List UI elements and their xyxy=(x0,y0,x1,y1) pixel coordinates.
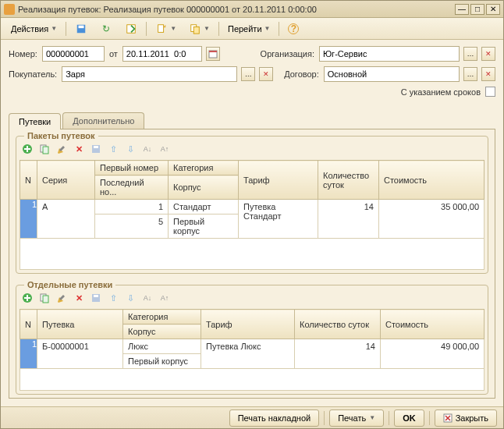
sort-asc-icon[interactable]: A↓ xyxy=(140,290,155,306)
org-input[interactable] xyxy=(319,46,460,62)
col-lastnum[interactable]: Последний но... xyxy=(95,176,169,200)
contract-clear-button[interactable]: ✕ xyxy=(481,67,495,81)
singles-grid: N Путевка Категория Тариф Количество сут… xyxy=(20,309,484,391)
singles-group: Отдельные путевки ✕ ⇧ ⇩ A↓ A↑ N Путевка … xyxy=(16,285,488,395)
tab-extra[interactable]: Дополнительно xyxy=(62,112,144,129)
svg-rect-7 xyxy=(209,51,217,52)
add-row-icon[interactable] xyxy=(20,141,35,157)
svg-rect-17 xyxy=(94,295,98,297)
svg-rect-10 xyxy=(43,147,48,154)
col-korpus[interactable]: Корпус xyxy=(123,324,201,339)
app-window: Реализация путевок: Реализация путевок 0… xyxy=(0,0,504,429)
packets-title: Пакеты путевок xyxy=(24,131,98,140)
move-down-icon[interactable]: ⇩ xyxy=(122,141,138,157)
move-down-icon[interactable]: ⇩ xyxy=(122,290,138,306)
col-days[interactable]: Количество суток xyxy=(295,310,381,339)
packets-grid: N Серия Первый номер Категория Тариф Кол… xyxy=(20,160,484,270)
contract-label: Договор: xyxy=(284,69,319,79)
help-button[interactable]: ? xyxy=(282,20,304,37)
based-on-icon-button[interactable]: ▼ xyxy=(183,20,215,37)
close-window-button[interactable]: ✕ xyxy=(486,4,500,15)
minimize-button[interactable]: — xyxy=(455,4,469,15)
copy-row-icon[interactable] xyxy=(37,290,52,306)
print-button[interactable]: Печать▼ xyxy=(329,410,384,427)
copy-row-icon[interactable] xyxy=(37,141,52,157)
col-cost[interactable]: Стоимость xyxy=(379,161,484,200)
main-toolbar: Действия▼ ↻ ▼ ▼ Перейти▼ ? xyxy=(1,18,503,40)
date-input[interactable] xyxy=(122,46,202,62)
singles-title: Отдельные путевки xyxy=(24,280,115,289)
actions-menu[interactable]: Действия▼ xyxy=(5,20,62,37)
svg-rect-3 xyxy=(158,24,164,32)
titlebar: Реализация путевок: Реализация путевок 0… xyxy=(1,1,503,18)
footer-toolbar: Печать накладной Печать▼ OK Закрыть xyxy=(1,406,503,428)
col-firstnum[interactable]: Первый номер xyxy=(95,161,169,176)
col-days[interactable]: Количество суток xyxy=(318,161,379,200)
sort-desc-icon[interactable]: A↑ xyxy=(157,290,172,306)
save-grid-icon[interactable] xyxy=(88,290,104,306)
col-series[interactable]: Серия xyxy=(37,161,95,200)
org-clear-button[interactable]: ✕ xyxy=(481,47,495,61)
packets-toolbar: ✕ ⇧ ⇩ A↓ A↑ xyxy=(16,140,488,158)
print-invoice-button[interactable]: Печать накладной xyxy=(229,410,320,427)
col-category[interactable]: Категория xyxy=(123,310,201,324)
table-row[interactable]: 1 А 1 Стандарт Путевка Стандарт 14 35 00… xyxy=(20,200,484,214)
table-row[interactable]: 1 Б-00000001 Люкс Путевка Люкс 14 49 000… xyxy=(20,339,484,354)
post-icon-button[interactable] xyxy=(119,20,143,37)
edit-row-icon[interactable] xyxy=(54,141,69,157)
move-up-icon[interactable]: ⇧ xyxy=(105,290,121,306)
window-title: Реализация путевок: Реализация путевок 0… xyxy=(18,5,455,14)
svg-rect-5 xyxy=(193,27,199,34)
number-input[interactable] xyxy=(42,46,105,62)
save-icon-button[interactable] xyxy=(69,20,93,37)
tab-vouchers[interactable]: Путевки xyxy=(9,113,61,129)
with-dates-label: С указанием сроков xyxy=(401,87,481,97)
add-row-icon[interactable] xyxy=(20,290,35,306)
transactions-icon-button[interactable]: ▼ xyxy=(150,20,182,37)
save-grid-icon[interactable] xyxy=(88,141,104,157)
close-button[interactable]: Закрыть xyxy=(435,410,497,427)
number-label: Номер: xyxy=(9,49,37,58)
form-header: Номер: от Организация: … ✕ Покупатель: …… xyxy=(1,40,503,108)
with-dates-checkbox[interactable] xyxy=(485,87,495,97)
col-voucher[interactable]: Путевка xyxy=(37,310,123,339)
svg-rect-1 xyxy=(79,25,84,28)
ok-button[interactable]: OK xyxy=(394,410,424,427)
svg-rect-12 xyxy=(94,146,98,148)
col-n[interactable]: N xyxy=(20,161,37,200)
from-label: от xyxy=(109,49,118,58)
org-label: Организация: xyxy=(261,49,314,58)
tab-content: Пакеты путевок ✕ ⇧ ⇩ A↓ A↑ N Серия Первы… xyxy=(9,129,495,399)
tab-strip: Путевки Дополнительно xyxy=(1,112,503,129)
delete-row-icon[interactable]: ✕ xyxy=(71,290,87,306)
buyer-clear-button[interactable]: ✕ xyxy=(259,67,273,81)
col-cost[interactable]: Стоимость xyxy=(381,310,484,339)
contract-input[interactable] xyxy=(324,66,460,82)
contract-select-button[interactable]: … xyxy=(463,67,477,81)
col-korpus[interactable]: Корпус xyxy=(169,176,239,200)
app-icon xyxy=(4,4,15,15)
delete-row-icon[interactable]: ✕ xyxy=(71,141,87,157)
buyer-label: Покупатель: xyxy=(9,69,57,79)
singles-toolbar: ✕ ⇧ ⇩ A↓ A↑ xyxy=(16,289,488,307)
date-picker-button[interactable] xyxy=(206,47,220,61)
maximize-button[interactable]: □ xyxy=(470,4,484,15)
sort-desc-icon[interactable]: A↑ xyxy=(157,141,172,157)
goto-menu[interactable]: Перейти▼ xyxy=(222,20,276,37)
buyer-input[interactable] xyxy=(62,66,237,82)
col-category[interactable]: Категория xyxy=(169,161,239,176)
move-up-icon[interactable]: ⇧ xyxy=(105,141,121,157)
refresh-icon-button[interactable]: ↻ xyxy=(94,20,118,37)
packets-group: Пакеты путевок ✕ ⇧ ⇩ A↓ A↑ N Серия Первы… xyxy=(16,136,488,274)
edit-row-icon[interactable] xyxy=(54,290,69,306)
sort-asc-icon[interactable]: A↓ xyxy=(140,141,155,157)
col-n[interactable]: N xyxy=(20,310,37,339)
col-tarif[interactable]: Тариф xyxy=(201,310,295,339)
svg-rect-15 xyxy=(43,296,48,303)
org-select-button[interactable]: … xyxy=(463,47,477,61)
buyer-select-button[interactable]: … xyxy=(241,67,255,81)
col-tarif[interactable]: Тариф xyxy=(239,161,318,200)
